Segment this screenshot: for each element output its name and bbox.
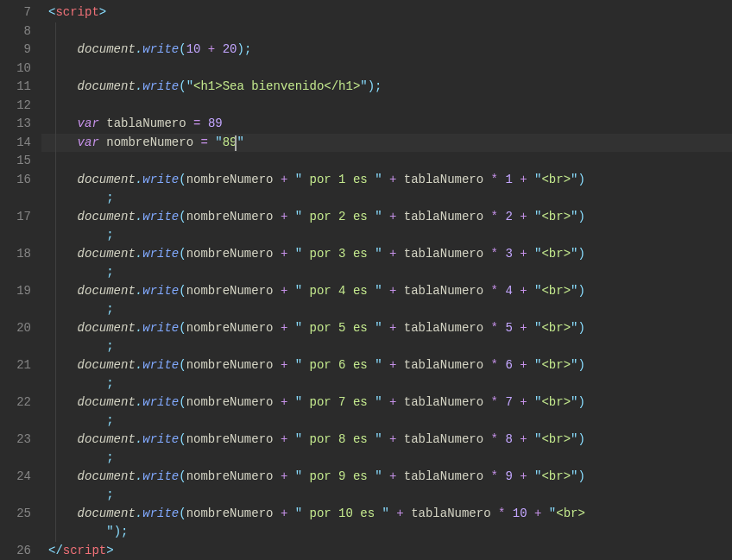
line-number: 22 xyxy=(7,393,31,412)
line-number: 9 xyxy=(7,41,31,60)
code-line[interactable]: var tablaNumero = 89 xyxy=(41,115,732,134)
text-cursor xyxy=(235,135,237,151)
code-line-wrap[interactable]: ; xyxy=(41,412,732,431)
line-number: 16 xyxy=(7,171,31,190)
line-number-gutter: 78910111213141516.17.18.19.20.21.22.23.2… xyxy=(0,0,41,560)
line-number: 21 xyxy=(7,356,31,375)
code-line[interactable]: document.write(nombreNumero + " por 8 es… xyxy=(41,431,732,450)
code-line[interactable] xyxy=(41,152,732,171)
line-number: 13 xyxy=(7,115,31,134)
code-line[interactable] xyxy=(41,22,732,41)
line-number: 7 xyxy=(7,3,31,22)
code-line-wrap[interactable]: ; xyxy=(41,486,732,505)
line-number: 8 xyxy=(7,22,31,41)
code-line-wrap[interactable]: "); xyxy=(41,523,732,542)
code-line[interactable]: document.write(nombreNumero + " por 7 es… xyxy=(41,393,732,412)
line-number: 19 xyxy=(7,282,31,301)
code-line[interactable] xyxy=(41,60,732,79)
code-line-wrap[interactable]: ; xyxy=(41,226,732,245)
code-line[interactable] xyxy=(41,97,732,116)
code-line[interactable]: document.write(nombreNumero + " por 10 e… xyxy=(41,505,732,524)
line-number: 11 xyxy=(7,78,31,97)
code-line-wrap[interactable]: ; xyxy=(41,189,732,208)
code-line-wrap[interactable]: ; xyxy=(41,374,732,393)
line-number: 20 xyxy=(7,319,31,338)
code-line-wrap[interactable]: ; xyxy=(41,263,732,282)
code-line-wrap[interactable]: ; xyxy=(41,337,732,356)
line-number: 26 xyxy=(7,542,31,561)
code-line[interactable]: document.write(nombreNumero + " por 2 es… xyxy=(41,208,732,227)
line-number: 18 xyxy=(7,245,31,264)
code-line[interactable]: document.write(nombreNumero + " por 6 es… xyxy=(41,356,732,375)
code-line[interactable]: document.write(nombreNumero + " por 3 es… xyxy=(41,245,732,264)
code-line[interactable]: document.write(10 + 20); xyxy=(41,41,732,60)
line-number: 25 xyxy=(7,505,31,524)
code-line[interactable]: </script> xyxy=(41,542,732,561)
line-number: 12 xyxy=(7,97,31,116)
line-number: 10 xyxy=(7,60,31,79)
code-line[interactable]: document.write(nombreNumero + " por 1 es… xyxy=(41,171,732,190)
line-number: 23 xyxy=(7,431,31,450)
line-number: 14 xyxy=(7,134,31,153)
line-number: 15 xyxy=(7,152,31,171)
code-line-wrap[interactable]: ; xyxy=(41,300,732,319)
code-line[interactable]: <script> xyxy=(41,3,732,22)
code-line[interactable]: document.write(nombreNumero + " por 5 es… xyxy=(41,319,732,338)
code-editor-area[interactable]: <script> document.write(10 + 20); docume… xyxy=(41,0,732,560)
code-line[interactable]: document.write(nombreNumero + " por 9 es… xyxy=(41,468,732,487)
code-line[interactable]: var nombreNumero = "89" xyxy=(41,134,732,153)
code-line[interactable]: document.write(nombreNumero + " por 4 es… xyxy=(41,282,732,301)
code-line[interactable]: document.write("<h1>Sea bienvenido</h1>"… xyxy=(41,78,732,97)
line-number: 17 xyxy=(7,208,31,227)
line-number: 24 xyxy=(7,468,31,487)
code-line-wrap[interactable]: ; xyxy=(41,449,732,468)
